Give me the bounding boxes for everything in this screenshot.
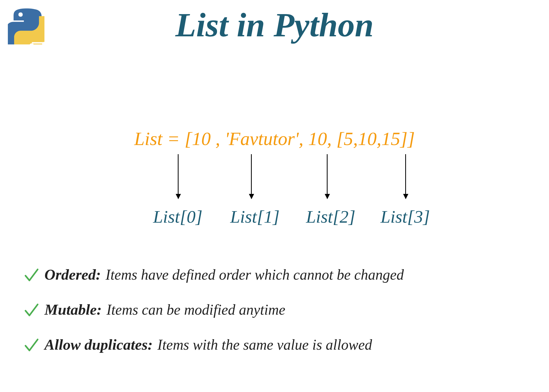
- check-icon: [24, 337, 42, 355]
- arrow-3: [405, 154, 406, 199]
- feature-mutable: Mutable: Items can be modified anytime: [24, 299, 533, 318]
- feature-duplicates: Allow duplicates: Items with the same va…: [24, 334, 533, 353]
- index-label-3: List[3]: [381, 206, 430, 227]
- arrow-1: [251, 154, 252, 199]
- index-labels-row: List[0] List[1] List[2] List[3]: [0, 206, 549, 233]
- feature-label: Mutable:: [44, 301, 102, 318]
- feature-description: Items with the same value is allowed: [157, 336, 372, 353]
- page-title: List in Python: [0, 5, 549, 44]
- index-label-0: List[0]: [153, 206, 203, 227]
- index-label-1: List[1]: [230, 206, 280, 227]
- feature-ordered: Ordered: Items have defined order which …: [24, 264, 533, 283]
- index-label-2: List[2]: [306, 206, 356, 227]
- check-icon: [24, 302, 42, 320]
- diagram-root: List in Python List = [10 , 'Favtutor', …: [0, 0, 549, 392]
- features-list: Ordered: Items have defined order which …: [24, 264, 533, 369]
- arrow-0: [178, 154, 179, 199]
- feature-description: Items can be modified anytime: [106, 301, 285, 318]
- feature-description: Items have defined order which cannot be…: [106, 266, 404, 283]
- check-icon: [24, 267, 42, 285]
- list-declaration-text: List = [10 , 'Favtutor', 10, [5,10,15]]: [0, 128, 549, 150]
- arrow-2: [327, 154, 328, 199]
- arrows-group: [0, 154, 549, 206]
- feature-label: Ordered:: [44, 266, 101, 283]
- feature-label: Allow duplicates:: [44, 336, 153, 353]
